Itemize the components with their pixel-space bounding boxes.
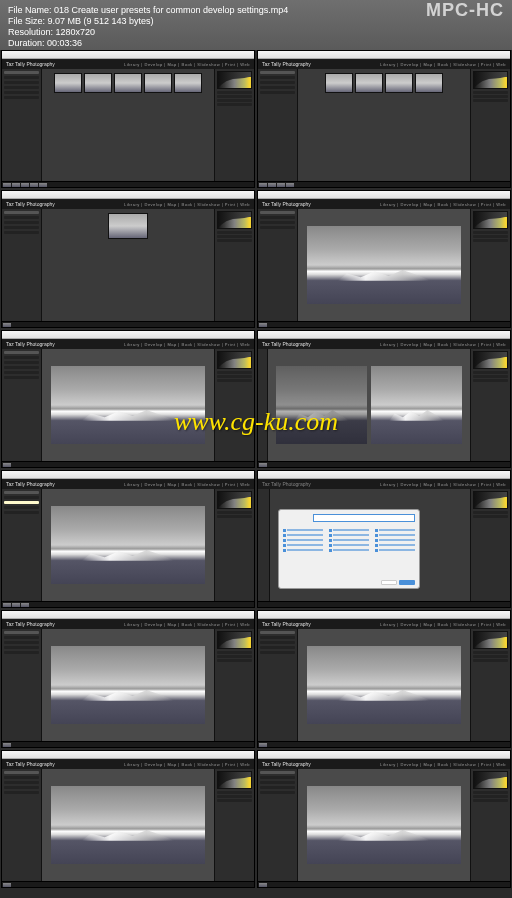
frame-grid: Taz Tally PhotographyLibrary | Develop |… bbox=[0, 50, 512, 888]
frame-6[interactable]: Taz Tally PhotographyLibrary | Develop |… bbox=[257, 330, 511, 468]
frame-9[interactable]: Taz Tally PhotographyLibrary | Develop |… bbox=[1, 610, 255, 748]
frame-7[interactable]: Taz Tally PhotographyLibrary | Develop |… bbox=[1, 470, 255, 608]
resolution-row: Resolution: 1280x720 bbox=[8, 27, 504, 38]
new-preset-dialog[interactable] bbox=[278, 509, 420, 589]
compare-view bbox=[268, 349, 470, 461]
filmstrip[interactable] bbox=[2, 181, 254, 187]
frame-5[interactable]: Taz Tally PhotographyLibrary | Develop |… bbox=[1, 330, 255, 468]
right-panel bbox=[214, 69, 254, 181]
grid-view[interactable] bbox=[42, 69, 214, 181]
window-titlebar bbox=[2, 51, 254, 59]
file-info-bar: File Name: 018 Create user presets for c… bbox=[0, 0, 512, 50]
histogram bbox=[217, 71, 252, 89]
frame-11[interactable]: Taz Tally PhotographyLibrary | Develop |… bbox=[1, 750, 255, 888]
loupe-view bbox=[298, 209, 470, 321]
frame-2[interactable]: Taz Tally PhotographyLibrary | Develop |… bbox=[257, 50, 511, 188]
frame-3[interactable]: Taz Tally PhotographyLibrary | Develop |… bbox=[1, 190, 255, 328]
create-button[interactable] bbox=[399, 580, 415, 585]
cancel-button[interactable] bbox=[381, 580, 397, 585]
brand-label: Taz Tally Photography bbox=[6, 61, 55, 67]
duration-row: Duration: 00:03:36 bbox=[8, 38, 504, 49]
player-app-name: MPC-HC bbox=[426, 5, 504, 16]
frame-1[interactable]: Taz Tally PhotographyLibrary | Develop |… bbox=[1, 50, 255, 188]
frame-10[interactable]: Taz Tally PhotographyLibrary | Develop |… bbox=[257, 610, 511, 748]
frame-8[interactable]: Taz Tally PhotographyLibrary | Develop |… bbox=[257, 470, 511, 608]
frame-12[interactable]: Taz Tally PhotographyLibrary | Develop |… bbox=[257, 750, 511, 888]
left-panel bbox=[2, 69, 42, 181]
preset-name-input[interactable] bbox=[313, 514, 415, 522]
frame-4[interactable]: Taz Tally PhotographyLibrary | Develop |… bbox=[257, 190, 511, 328]
module-picker: Library | Develop | Map | Book | Slidesh… bbox=[124, 62, 250, 67]
